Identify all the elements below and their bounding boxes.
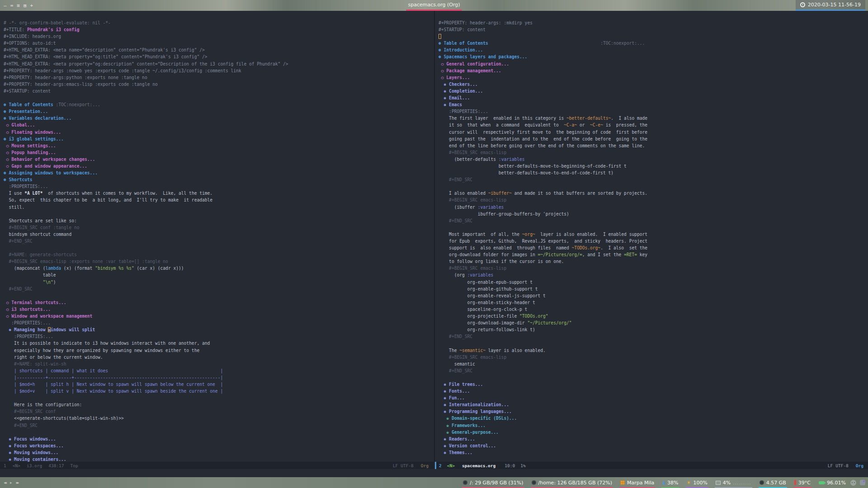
- buffer-line: to follow org links if the cursor is on …: [439, 258, 868, 265]
- buffer-line: bindsym shortcut command: [4, 231, 430, 238]
- buffer-line: (better-defaults :variables: [439, 156, 868, 163]
- volume-module[interactable]: ◖ 38%: [661, 477, 679, 488]
- buffer-line: org-enable-epub-support t: [439, 279, 868, 286]
- media-next-button[interactable]: ▸▸: [16, 480, 19, 485]
- buffer-line: ✱ Focus workspaces...: [4, 442, 430, 449]
- buffer-line: | shortcuts | command | what it does |: [4, 367, 430, 374]
- encoding: UTF-8: [401, 463, 414, 468]
- buffer-line: |-----------+---------+-----------------…: [4, 374, 430, 381]
- buffer-line: ⊛ Spacemacs layers and packages...: [439, 53, 868, 60]
- buffer-line: ✱ Programming languages...: [439, 408, 868, 415]
- buffer-line: table: [4, 272, 430, 278]
- major-mode[interactable]: Org: [856, 463, 863, 468]
- buffer-line: Most important of all, the ~org~ layer i…: [439, 231, 868, 238]
- buffer-line: end of the line before going over the en…: [439, 142, 868, 149]
- buffer-line: #+OPTIONS: auto-id:t: [4, 40, 430, 47]
- buffer-line: It is possible to indicate to i3 how win…: [4, 340, 430, 347]
- module-value: /: 29 GB/98 GB (31%): [470, 480, 523, 486]
- disk-icon: [532, 480, 536, 485]
- buffer-line: (org :variables: [439, 272, 868, 278]
- echo-area[interactable]: [0, 469, 868, 477]
- tray-app-icon[interactable]: [860, 480, 865, 485]
- buffer-line: ○ General configuration...: [439, 61, 868, 67]
- buffer-line: #+HTML_HEAD_EXTRA: <meta name="descripti…: [4, 47, 430, 53]
- buffer-line: ✱ Fun...: [439, 394, 868, 401]
- buffer-line: So, expect this chapter to be a bit long…: [4, 197, 430, 203]
- temperature-module[interactable]: 39°C: [793, 477, 811, 488]
- cpu-module[interactable]: 4% .........: [715, 477, 752, 488]
- buffer-line: ○ Mouse settings...: [4, 142, 430, 149]
- desktop: – = ≡ ⊞ + spacemacs.org (Org) 2020-03-15…: [0, 0, 868, 488]
- module-value: 38%: [667, 480, 678, 486]
- media-prev-button[interactable]: ◂◂: [4, 480, 6, 485]
- media-play-button[interactable]: ▸: [10, 480, 12, 485]
- right-buffer[interactable]: #+PROPERTY: header-args: :mkdirp yes#+ST…: [435, 11, 868, 462]
- disk-root-module[interactable]: /: 29 GB/98 GB (31%): [462, 477, 524, 488]
- buffer-line: ⊛ Presentation...: [4, 108, 430, 115]
- layout-split-icon[interactable]: =: [10, 3, 14, 9]
- memory-icon: [760, 480, 764, 485]
- buffer-line: ○ Window and workspace management: [4, 313, 430, 319]
- buffer-line: ✱ Completion...: [439, 88, 868, 94]
- disk-home-module[interactable]: /home: 126 GB/185 GB (72%): [531, 477, 613, 488]
- bottom-bar: ◂◂ ▸ ▸▸ /: 29 GB/98 GB (31%) /home: 126 …: [0, 477, 868, 488]
- battery-module[interactable]: 96.01%: [818, 477, 847, 488]
- buffer-line: ✱ Moving windows...: [4, 449, 430, 456]
- buffer-line: [4, 94, 430, 101]
- buffer-line: [439, 224, 868, 231]
- cursor-position: 10:0: [505, 463, 515, 468]
- music-module[interactable]: Marpa Mila: [619, 477, 655, 488]
- memory-module[interactable]: 4.57 GB: [759, 477, 787, 488]
- buffer-line: #+NAME: generate-shortcuts: [4, 251, 430, 258]
- buffer-line: ○ Layers...: [439, 74, 868, 81]
- buffer-line: ○ Global...: [4, 122, 430, 128]
- buffer-line: ✱ Themes...: [439, 449, 868, 456]
- buffer-line: Shortcuts are set like so:: [4, 217, 430, 224]
- buffer-line: [4, 429, 430, 436]
- buffer-line: ○ Terminal shortcuts...: [4, 299, 430, 306]
- discord-tray-icon[interactable]: [850, 480, 856, 486]
- buffer-line: ibuffer-group-buffers-by 'projects): [439, 211, 868, 217]
- buffer-name: spacemacs.org: [462, 463, 495, 468]
- buffer-line: ⊛ i3 global settings...: [4, 136, 430, 142]
- eol-indicator: LF: [828, 463, 833, 468]
- thermometer-icon: [794, 480, 796, 485]
- evil-state: <N>: [447, 463, 455, 468]
- buffer-line: #+PROPERTY: header-args:python :exports …: [4, 74, 430, 81]
- disk-icon: [463, 480, 467, 485]
- minimize-icon[interactable]: –: [4, 3, 7, 9]
- buffer-line: ⊛ Assigning windows to workspaces...: [4, 169, 430, 176]
- layout-stacked-icon[interactable]: ≡: [17, 3, 20, 9]
- new-window-icon[interactable]: +: [30, 3, 33, 9]
- evil-state: <N>: [13, 463, 20, 468]
- buffer-line: #+PROPERTY: header-args :noweb yes :expo…: [4, 67, 430, 74]
- cpu-graph: .........: [733, 480, 751, 486]
- buffer-line: #+HTML_HEAD_EXTRA: <meta property="og:de…: [4, 61, 430, 67]
- buffer-line: [4, 394, 430, 401]
- buffer-line: The ~semantic~ layer is also enabled.: [439, 347, 868, 354]
- left-buffer[interactable]: # -*- org-confirm-babel-evaluate: nil -*…: [0, 11, 430, 462]
- layout-grid-icon[interactable]: ⊞: [24, 3, 27, 9]
- buffer-line: #+END_SRC: [439, 217, 868, 224]
- brightness-module[interactable]: ☀ 100%: [686, 477, 708, 488]
- window-number: 2: [439, 463, 442, 468]
- buffer-line: :PROPERTIES:...: [4, 319, 430, 326]
- buffer-line: org-enable-sticky-header t: [439, 299, 868, 306]
- buffer-line: # -*- org-confirm-babel-evaluate: nil -*…: [4, 19, 430, 26]
- music-icon: [620, 480, 625, 485]
- encoding: UTF-8: [835, 463, 849, 468]
- system-tray: [850, 480, 865, 486]
- buffer-line: #+BEGIN_SRC conf :tangle no: [4, 224, 430, 231]
- buffer-line: ❀ Domain-specific (DSLs)...: [439, 415, 868, 422]
- buffer-line: ✱ Focus windows...: [4, 436, 430, 442]
- buffer-line: [4, 292, 430, 299]
- buffer-line: #+BEGIN_SRC emacs-lisp: [439, 265, 868, 272]
- major-mode[interactable]: Org: [421, 463, 429, 468]
- buffer-line: <<generate-shortcuts(table=split-win-sh)…: [4, 415, 430, 422]
- buffer-line: #+BEGIN_SRC emacs-lisp: [439, 149, 868, 156]
- modeline-left: 1 <N> i3.org 438:17 Top LF UTF-8 Org: [0, 462, 434, 469]
- module-value: 4.57 GB: [766, 480, 786, 486]
- buffer-line: The first layer enabled in this category…: [439, 115, 868, 122]
- buffer-line: | $mod+v | split v | Next window to spaw…: [4, 388, 430, 394]
- media-controls: ◂◂ ▸ ▸▸: [4, 480, 19, 485]
